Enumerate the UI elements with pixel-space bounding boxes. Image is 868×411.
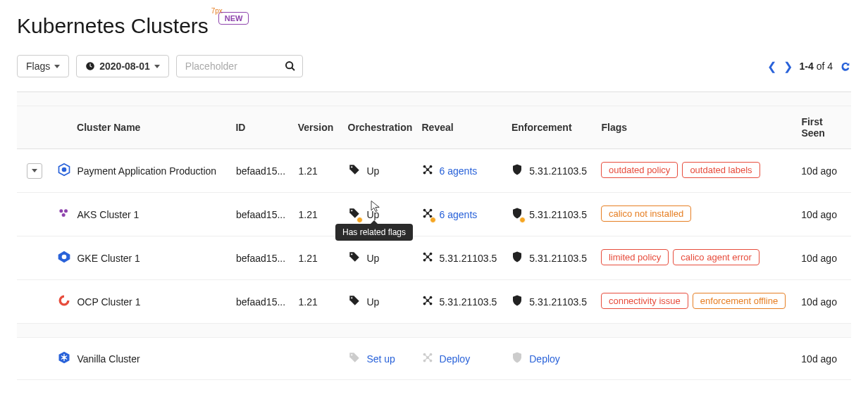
cluster-name[interactable]: Payment Application Production [71, 165, 230, 177]
table-row: Payment Application Productionbefaad15..… [17, 149, 851, 193]
chevron-down-icon [154, 65, 160, 68]
col-header-version[interactable]: Version [292, 122, 342, 133]
svg-line-14 [428, 170, 431, 173]
enforcement-value: 5.31.21103.5 [529, 253, 587, 264]
network-icon [421, 294, 434, 309]
flag-chip[interactable]: calico agent error [673, 249, 759, 265]
reveal-value[interactable]: Deploy [440, 353, 471, 365]
page-title-text: Kubernetes Clusters [17, 14, 209, 37]
svg-line-67 [428, 358, 431, 361]
enforcement-value: 5.31.21103.5 [529, 209, 587, 220]
reveal-value: 5.31.21103.5 [440, 253, 497, 264]
shield-icon [511, 294, 523, 309]
flags-filter-button[interactable]: Flags [17, 55, 69, 77]
expand-row-button[interactable] [27, 163, 42, 179]
date-filter-button[interactable]: 2020-08-01 [76, 55, 169, 77]
col-header-enforcement[interactable]: Enforcement [506, 122, 595, 133]
reveal-value[interactable]: 6 agents [440, 165, 478, 177]
col-header-name[interactable]: Cluster Name [71, 122, 230, 133]
pager-next-button[interactable]: ❯ [783, 60, 793, 73]
svg-line-11 [424, 167, 428, 170]
svg-point-30 [352, 253, 353, 255]
svg-line-36 [424, 254, 428, 258]
orch-status: Up [366, 296, 379, 308]
first-seen: 10d ago [795, 209, 851, 220]
shield-icon [511, 163, 523, 178]
network-icon [421, 163, 434, 178]
network-icon [421, 251, 434, 265]
flag-chip[interactable]: limited policy [601, 249, 669, 265]
chevron-down-icon [54, 65, 60, 68]
reveal-value[interactable]: 6 agents [440, 209, 478, 220]
orch-status: Up [366, 253, 379, 264]
cluster-name[interactable]: GKE Cluster 1 [71, 253, 230, 264]
svg-line-39 [428, 257, 431, 260]
reveal-value: 5.31.21103.5 [440, 296, 497, 308]
svg-line-66 [424, 358, 428, 361]
enforcement-value[interactable]: Deploy [529, 353, 560, 365]
col-header-reveal[interactable]: Reveal [416, 122, 506, 133]
tag-icon [348, 294, 361, 309]
shield-icon [511, 251, 523, 265]
cluster-version: 1.21 [293, 253, 343, 264]
pager-prev-button[interactable]: ❮ [767, 60, 776, 73]
svg-point-18 [352, 210, 353, 211]
provider-icon [51, 250, 71, 266]
col-header-orch[interactable]: Orchestration [342, 122, 416, 133]
search-input[interactable] [176, 55, 303, 77]
svg-line-64 [424, 355, 428, 358]
svg-point-29 [62, 255, 67, 260]
provider-icon [51, 163, 71, 179]
tag-icon [348, 207, 361, 222]
cluster-version: 1.21 [293, 296, 343, 308]
table-row: Vanilla ClusterSet upDeployDeploy10d ago [17, 338, 851, 380]
cluster-id: befaad15... [230, 253, 292, 264]
table-row: AKS Cluster 1befaad15...1.21Up6 agents5.… [17, 193, 851, 236]
svg-line-46 [424, 298, 428, 301]
first-seen: 10d ago [795, 253, 851, 264]
flags-cell: connectivity issueenforcement offline [595, 293, 795, 310]
shield-icon [511, 207, 523, 222]
svg-line-47 [428, 298, 431, 301]
enforcement-value: 5.31.21103.5 [529, 296, 587, 308]
flag-chip[interactable]: enforcement offline [693, 293, 786, 309]
cluster-name[interactable]: Vanilla Cluster [71, 353, 230, 365]
svg-line-49 [428, 301, 431, 304]
network-icon [421, 207, 434, 222]
svg-line-37 [428, 254, 431, 258]
pager: ❮ ❯ 1-4 of 4 [767, 60, 852, 73]
page-title: Kubernetes Clusters 7px [17, 14, 209, 38]
flags-cell: outdated policyoutdated labels [595, 162, 795, 179]
first-seen: 10d ago [795, 296, 851, 308]
flag-chip[interactable]: outdated labels [682, 162, 760, 178]
flag-chip[interactable]: outdated policy [601, 162, 678, 178]
network-icon [421, 351, 434, 366]
orch-status: Up [366, 209, 379, 220]
col-header-id[interactable]: ID [230, 122, 292, 133]
svg-line-26 [424, 213, 428, 217]
flags-cell: limited policycalico agent error [595, 249, 795, 267]
flag-chip[interactable]: connectivity issue [601, 293, 688, 309]
orch-status[interactable]: Set up [366, 353, 395, 365]
search-icon[interactable] [285, 61, 296, 72]
pager-text: 1-4 of 4 [800, 61, 833, 72]
col-header-seen[interactable]: First Seen [795, 116, 851, 139]
first-seen: 10d ago [795, 353, 851, 365]
col-header-flags[interactable]: Flags [595, 122, 795, 133]
table-row: GKE Cluster 1befaad15...1.21Up5.31.21103… [17, 236, 851, 280]
shield-icon [511, 351, 523, 366]
new-badge: NEW [218, 12, 249, 25]
svg-point-16 [64, 209, 68, 213]
clock-icon [85, 61, 95, 71]
flag-chip[interactable]: calico not installed [601, 206, 691, 222]
svg-line-24 [424, 210, 428, 214]
cluster-name[interactable]: OCP Cluster 1 [71, 296, 230, 308]
cluster-version: 1.21 [293, 165, 343, 177]
svg-point-15 [60, 209, 63, 213]
svg-line-48 [424, 301, 428, 304]
cluster-name[interactable]: AKS Cluster 1 [71, 209, 230, 220]
tag-icon [348, 351, 361, 366]
cluster-id: befaad15... [230, 165, 292, 177]
refresh-icon[interactable] [840, 61, 851, 72]
tag-icon [348, 163, 361, 178]
